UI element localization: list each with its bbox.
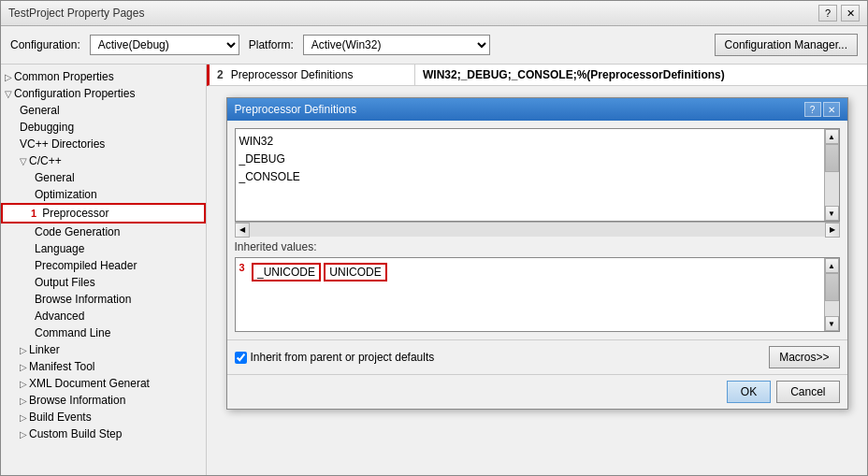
expand-icon: ▷: [20, 379, 27, 389]
expand-icon: ▷: [20, 412, 27, 423]
sidebar-item-label: Language: [35, 242, 84, 255]
expand-icon: ▷: [20, 345, 27, 355]
config-manager-button[interactable]: Configuration Manager...: [715, 34, 858, 56]
macros-button[interactable]: Macros>>: [769, 346, 839, 368]
main-content: ▷ Common Properties ▽ Configuration Prop…: [1, 65, 867, 475]
property-number: 2: [217, 68, 224, 81]
sidebar-item-label: Command Line: [35, 326, 110, 339]
popup-title: Preprocessor Definitions: [235, 103, 357, 116]
inherited-scroll-thumb[interactable]: [825, 273, 839, 301]
sidebar-item-cpp[interactable]: ▽ C/C++: [1, 152, 206, 169]
inherited-scroll-up[interactable]: ▲: [825, 258, 839, 273]
sidebar-item-general2[interactable]: General: [1, 169, 206, 186]
property-name-cell: 2 Preprocessor Definitions: [210, 65, 415, 85]
popup-footer: Inherit from parent or project defaults …: [227, 339, 847, 374]
popup-content: WIN32 _DEBUG _CONSOLE ▲ ▼: [227, 121, 847, 339]
inherited-unicode: _UNICODE: [252, 263, 321, 281]
sidebar-item-label: Custom Build Step: [29, 427, 122, 440]
popup-title-buttons: ? ✕: [804, 102, 840, 117]
sidebar-item-build-events[interactable]: ▷ Build Events: [1, 409, 206, 426]
sidebar-item-manifest-tool[interactable]: ▷ Manifest Tool: [1, 358, 206, 375]
sidebar-item-label: Precompiled Header: [35, 259, 137, 272]
sidebar-item-custom-build-step[interactable]: ▷ Custom Build Step: [1, 426, 206, 442]
close-button[interactable]: ✕: [841, 5, 860, 22]
sidebar-item-label: Advanced: [35, 310, 84, 323]
help-button[interactable]: ?: [818, 5, 837, 22]
sidebar-item-precompiled-header[interactable]: Precompiled Header: [1, 257, 206, 274]
inherit-checkbox[interactable]: [235, 352, 247, 364]
popup-title-bar: Preprocessor Definitions ? ✕: [227, 98, 847, 121]
h-scrollbar: ◀ ▶: [235, 222, 840, 237]
inherit-label: Inherit from parent or project defaults: [251, 351, 435, 364]
sidebar-item-linker[interactable]: ▷ Linker: [1, 341, 206, 358]
sidebar-item-label: Debugging: [20, 121, 74, 134]
sidebar-item-label: General: [20, 104, 60, 117]
expand-icon: ▷: [20, 396, 27, 406]
popup-dialog: Preprocessor Definitions ? ✕ WIN32 _DEB: [226, 97, 848, 410]
sidebar-item-label: Linker: [29, 343, 60, 356]
definitions-text: WIN32 _DEBUG _CONSOLE: [236, 129, 824, 221]
inherited-unicode2: UNICODE: [324, 263, 386, 281]
sidebar-item-label: Browse Information: [35, 293, 131, 306]
inherited-scroll-down[interactable]: ▼: [825, 316, 839, 331]
sidebar-item-label: VC++ Directories: [20, 137, 105, 151]
config-label: Configuration:: [10, 38, 80, 51]
sidebar-item-browse-information[interactable]: Browse Information: [1, 291, 206, 308]
sidebar-item-vc-directories[interactable]: VC++ Directories: [1, 136, 206, 152]
h-scroll-left[interactable]: ◀: [235, 223, 250, 238]
definitions-textarea[interactable]: WIN32 _DEBUG _CONSOLE ▲ ▼: [235, 128, 840, 222]
expand-icon: ▽: [20, 156, 27, 166]
sidebar-item-common-properties[interactable]: ▷ Common Properties: [1, 68, 206, 85]
scroll-thumb[interactable]: [825, 144, 839, 172]
inherited-scrollbar: ▲ ▼: [824, 258, 839, 331]
config-select[interactable]: Active(Debug): [90, 35, 239, 55]
inherit-checkbox-container[interactable]: Inherit from parent or project defaults: [235, 351, 435, 364]
sidebar-item-language[interactable]: Language: [1, 240, 206, 257]
sidebar-item-command-line[interactable]: Command Line: [1, 325, 206, 341]
sidebar-item-advanced[interactable]: Advanced: [1, 308, 206, 325]
main-dialog: TestProject Property Pages ? ✕ Configura…: [0, 0, 868, 476]
expand-icon: ▷: [20, 362, 27, 372]
sidebar-item-general[interactable]: General: [1, 102, 206, 119]
sidebar-item-output-files[interactable]: Output Files: [1, 274, 206, 291]
sidebar-item-label: Browse Information: [29, 394, 125, 407]
popup-close-button[interactable]: ✕: [823, 102, 840, 117]
scroll-track: [825, 144, 839, 206]
scroll-down-btn[interactable]: ▼: [825, 206, 839, 221]
sidebar-item-browse-information2[interactable]: ▷ Browse Information: [1, 392, 206, 409]
h-scroll-right[interactable]: ▶: [825, 223, 840, 238]
popup-help-button[interactable]: ?: [804, 102, 821, 117]
sidebar-item-optimization[interactable]: Optimization: [1, 186, 206, 203]
definition-win32: WIN32: [239, 133, 820, 151]
sidebar-item-label: Optimization: [35, 188, 97, 201]
inherited-marker: 3: [239, 262, 245, 273]
ok-button[interactable]: OK: [727, 381, 771, 403]
inherited-scroll-track: [825, 273, 839, 316]
sidebar-item-preprocessor[interactable]: 1 Preprocessor: [1, 203, 206, 224]
definition-debug: _DEBUG: [239, 151, 820, 168]
title-bar-buttons: ? ✕: [818, 5, 860, 22]
definitions-scrollbar: ▲ ▼: [824, 129, 839, 221]
sidebar-item-label: Build Events: [29, 411, 92, 424]
sidebar-item-configuration-properties[interactable]: ▽ Configuration Properties: [1, 85, 206, 102]
platform-label: Platform:: [249, 38, 294, 51]
property-name-text: Preprocessor Definitions: [231, 68, 354, 81]
sidebar-item-label: Preprocessor: [42, 207, 108, 220]
sidebar-item-label: Code Generation: [35, 225, 120, 238]
cancel-button[interactable]: Cancel: [776, 381, 839, 403]
sidebar-item-code-generation[interactable]: Code Generation: [1, 224, 206, 240]
sidebar-item-label: General: [35, 171, 75, 184]
platform-select[interactable]: Active(Win32): [303, 35, 490, 55]
definition-console: _CONSOLE: [239, 168, 820, 186]
sidebar-item-xml-document[interactable]: ▷ XML Document Generat: [1, 375, 206, 392]
h-scroll-track: [250, 223, 825, 237]
expand-icon: ▽: [5, 89, 12, 99]
sidebar-item-label: XML Document Generat: [29, 377, 150, 390]
sidebar-item-debugging[interactable]: Debugging: [1, 119, 206, 136]
inherited-content: 3 _UNICODE UNICODE ▲: [236, 258, 839, 331]
expand-icon: ▷: [20, 429, 27, 440]
popup-overlay: Preprocessor Definitions ? ✕ WIN32 _DEB: [207, 86, 867, 475]
inherited-textarea[interactable]: 3 _UNICODE UNICODE ▲: [235, 257, 840, 332]
scroll-up-btn[interactable]: ▲: [825, 129, 839, 144]
sidebar: ▷ Common Properties ▽ Configuration Prop…: [1, 65, 207, 475]
